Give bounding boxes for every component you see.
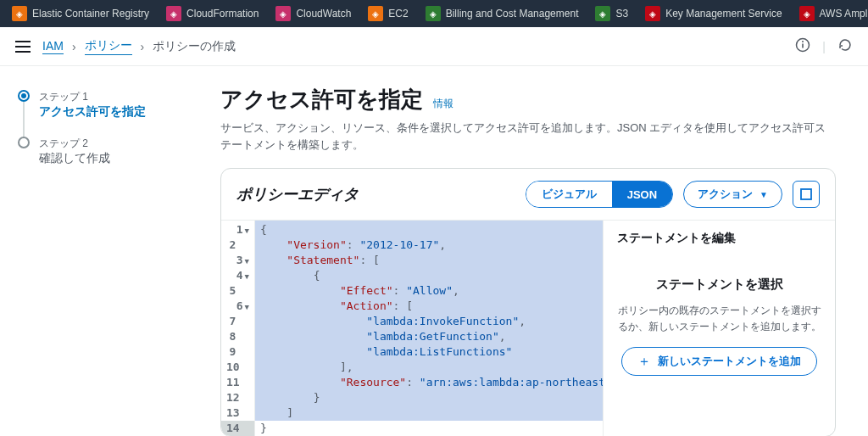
statement-side-panel: ステートメントを編集 ステートメントを選択 ポリシー内の既存のステートメントを選… (603, 221, 835, 436)
svg-rect-3 (801, 189, 811, 199)
service-nav-bar: ◈Elastic Container Registry ◈CloudFormat… (0, 0, 868, 27)
policy-editor-panel: ポリシーエディタ ビジュアル JSON アクション ▼ (220, 168, 836, 436)
line-number: 3▼ (221, 253, 254, 268)
service-nav-item-billing[interactable]: ◈Billing and Cost Management (417, 0, 587, 27)
line-number: 6▼ (221, 299, 254, 314)
info-link[interactable]: 情報 (433, 97, 453, 111)
panel-title: ポリシーエディタ (236, 184, 359, 204)
service-nav-item-ec2[interactable]: ◈EC2 (359, 0, 416, 27)
step-2[interactable]: ステップ 2 確認して作成 (17, 137, 195, 183)
plus-icon: ＋ (637, 353, 651, 371)
page-description: サービス、アクション、リソース、条件を選択してアクセス許可を追加します。JSON… (220, 120, 836, 153)
service-nav-item-s3[interactable]: ◈S3 (587, 0, 637, 27)
fullscreen-button[interactable] (793, 181, 820, 208)
fold-icon[interactable]: ▼ (245, 303, 249, 311)
svg-point-2 (802, 41, 804, 42)
fold-icon[interactable]: ▼ (245, 257, 249, 266)
service-nav-item-kms[interactable]: ◈Key Management Service (637, 0, 790, 27)
visual-toggle[interactable]: ビジュアル (526, 182, 612, 207)
service-icon: ◈ (595, 6, 610, 21)
service-icon: ◈ (12, 6, 27, 21)
fold-icon[interactable]: ▼ (245, 272, 249, 281)
step-label: ステップ 1 (39, 90, 146, 104)
step-label: ステップ 2 (39, 137, 110, 151)
line-gutter: 1▼ 2 3▼ 4▼ 5 6▼ 7 8 9 10 11 12 13 (221, 221, 255, 436)
service-icon: ◈ (426, 6, 441, 21)
service-icon: ◈ (368, 6, 383, 21)
service-icon: ◈ (799, 6, 815, 21)
line-number: 5 (221, 283, 254, 299)
line-number: 2 (221, 238, 254, 253)
line-number: 8 (221, 329, 254, 344)
service-nav-item-cloudformation[interactable]: ◈CloudFormation (158, 0, 267, 27)
refresh-icon[interactable] (837, 37, 853, 55)
menu-icon[interactable] (15, 41, 31, 53)
line-number: 4▼ (221, 268, 254, 283)
line-number: 9 (221, 344, 254, 360)
step-title: アクセス許可を指定 (39, 104, 146, 120)
service-label: CloudWatch (296, 8, 351, 20)
actions-dropdown[interactable]: アクション ▼ (683, 181, 782, 208)
chevron-right-icon: › (72, 40, 76, 53)
service-label: S3 (615, 8, 628, 20)
svg-rect-1 (803, 44, 804, 48)
service-nav-item-cloudwatch[interactable]: ◈CloudWatch (267, 0, 359, 27)
service-nav-item-ecr[interactable]: ◈Elastic Container Registry (3, 0, 158, 27)
caret-down-icon: ▼ (760, 190, 768, 199)
line-number: 12 (221, 390, 254, 405)
actions-label: アクション (698, 187, 753, 202)
page-title: アクセス許可を指定 (220, 85, 423, 115)
side-select-title: ステートメントを選択 (617, 277, 821, 293)
service-label: Elastic Container Registry (32, 8, 149, 20)
line-number: 13 (221, 405, 254, 421)
service-label: EC2 (388, 8, 408, 20)
info-circle-icon[interactable] (795, 37, 810, 55)
side-edit-title: ステートメントを編集 (617, 231, 821, 246)
breadcrumb-root[interactable]: IAM (42, 39, 64, 54)
step-title: 確認して作成 (39, 151, 110, 166)
step-1[interactable]: ステップ 1 アクセス許可を指定 (17, 90, 195, 137)
step-dot-icon (18, 137, 30, 148)
json-editor[interactable]: 1▼ 2 3▼ 4▼ 5 6▼ 7 8 9 10 11 12 13 (221, 221, 603, 436)
breadcrumb-bar: IAM › ポリシー › ポリシーの作成 | (0, 27, 868, 66)
fold-icon[interactable]: ▼ (245, 226, 249, 235)
service-label: Billing and Cost Management (446, 8, 579, 20)
step-dot-active-icon (18, 90, 30, 102)
line-number: 7 (221, 314, 254, 329)
line-number: 10 (221, 360, 254, 375)
breadcrumb: IAM › ポリシー › ポリシーの作成 (42, 38, 236, 55)
chevron-right-icon: › (141, 40, 145, 53)
line-number: 1▼ (221, 222, 254, 238)
breadcrumb-policies[interactable]: ポリシー (85, 38, 132, 55)
editor-mode-toggle: ビジュアル JSON (526, 181, 673, 208)
service-nav-item-amplify[interactable]: ◈AWS Amplify (791, 0, 868, 27)
side-select-description: ポリシー内の既存のステートメントを選択するか、新しいステートメントを追加します。 (617, 303, 821, 335)
service-label: CloudFormation (186, 8, 259, 20)
service-label: AWS Amplify (820, 8, 868, 20)
service-icon: ◈ (645, 6, 660, 21)
service-label: Key Management Service (665, 8, 782, 20)
add-statement-label: 新しいステートメントを追加 (658, 354, 801, 369)
breadcrumb-current: ポリシーの作成 (153, 39, 236, 54)
service-icon: ◈ (275, 6, 291, 21)
step-navigation: ステップ 1 アクセス許可を指定 ステップ 2 確認して作成 (0, 66, 212, 436)
line-number: 11 (221, 375, 254, 390)
line-number: 14 (221, 421, 254, 436)
add-statement-button[interactable]: ＋ 新しいステートメントを追加 (621, 347, 817, 376)
service-icon: ◈ (166, 6, 181, 21)
code-area[interactable]: { "Version": "2012-10-17", "Statement": … (255, 221, 603, 436)
json-toggle[interactable]: JSON (612, 182, 672, 207)
